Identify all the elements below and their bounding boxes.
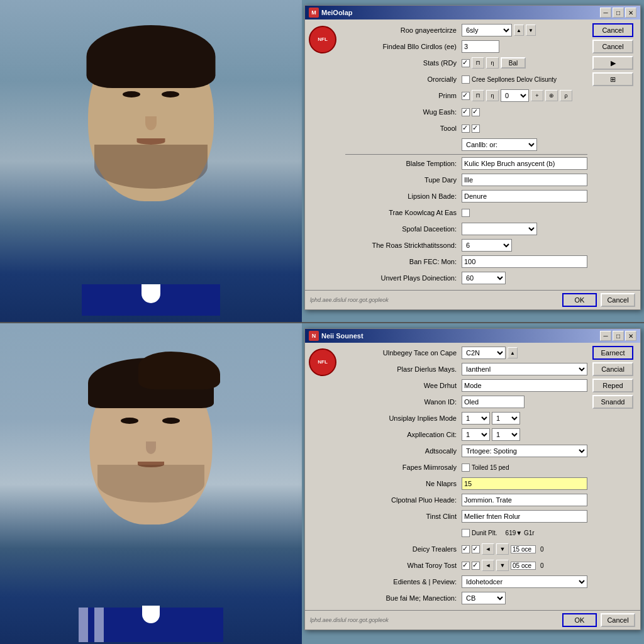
form-row-1: Roo gnayeertcirze 6sly ▲ ▼	[345, 23, 587, 37]
bottom-dialog-side-buttons: Earnect Cancial Reped Snandd	[592, 346, 636, 608]
bottom-photo	[0, 323, 302, 644]
b-select-unsiplay[interactable]: 1	[462, 412, 490, 425]
bottom-minimize-button[interactable]: ─	[600, 331, 611, 341]
cancel1-button[interactable]: Cancel	[592, 23, 633, 37]
form-row-ban: Ban FEC: Mon:	[345, 255, 587, 269]
b-input-wee[interactable]	[462, 379, 587, 392]
b-label-deicy: Deicy Trealers	[345, 545, 462, 553]
b-form-row-3: Wee Drhut	[345, 379, 587, 392]
b-checkbox-dunit[interactable]	[462, 529, 470, 537]
prinm-btn2[interactable]: η	[486, 90, 499, 101]
b-dunit-text: Dunit Plt.	[472, 530, 497, 536]
cancial-button[interactable]: Cancial	[592, 362, 633, 376]
top-half: M MeiOolap ─ □ ✕ NFL Roo gnayeertcirze	[0, 0, 644, 322]
checkbox-stats[interactable]	[462, 59, 470, 67]
checkbox-prinm[interactable]	[462, 92, 470, 100]
spin-dn-roo[interactable]: ▼	[526, 25, 536, 36]
close-button[interactable]: ✕	[625, 8, 636, 18]
bottom-maximize-button[interactable]: □	[613, 331, 624, 341]
bal-button[interactable]: Bal	[501, 57, 526, 69]
spin-up-roo[interactable]: ▲	[514, 25, 524, 36]
grid-button[interactable]: ⊞	[592, 72, 633, 86]
bottom-cancel-button[interactable]: Cancel	[601, 613, 635, 627]
input-lipsion[interactable]	[462, 190, 587, 203]
select-roas[interactable]: 6	[462, 239, 512, 252]
select-canlb[interactable]: Canllb: or:	[462, 138, 537, 151]
top-ok-button[interactable]: OK	[562, 293, 597, 307]
maximize-button[interactable]: □	[613, 8, 624, 18]
b-select-axpll2[interactable]: 1	[492, 428, 520, 441]
checkbox-toool2[interactable]	[472, 125, 480, 133]
prinm-p[interactable]: ρ	[560, 90, 572, 101]
top-dialog-logo: NFL	[309, 23, 340, 287]
minimize-button[interactable]: ─	[600, 8, 611, 18]
b-checkbox-fapes[interactable]	[462, 464, 470, 472]
b-checkbox-deicy[interactable]	[462, 545, 470, 553]
b-deicy-left[interactable]: ◄	[482, 543, 494, 555]
b-select-ulnbegey[interactable]: C2N	[462, 347, 506, 359]
prinm-btn1[interactable]: Π	[472, 90, 484, 101]
bottom-dialog-titlebar: N Neii Sounest ─ □ ✕	[305, 329, 640, 343]
b-input-clpotnal[interactable]	[462, 494, 587, 506]
b-what-left[interactable]: ◄	[482, 560, 494, 571]
prinm-plus[interactable]: +	[531, 90, 543, 101]
b-select-plasr[interactable]: Ianthenl	[462, 363, 587, 375]
bottom-close-button[interactable]: ✕	[625, 331, 636, 341]
b-select-axpll[interactable]: 1	[462, 428, 490, 441]
b-form-row-16: Bue fai Me; Manection: CB	[345, 591, 587, 605]
b-input-ne[interactable]	[462, 477, 587, 490]
reped-button[interactable]: Reped	[592, 379, 633, 392]
bottom-ok-button[interactable]: OK	[562, 613, 597, 627]
select-unvert[interactable]: 60	[462, 272, 506, 284]
label-lipsion: Lipsion N Bade:	[345, 192, 462, 200]
b-select-edientes[interactable]: Idohetodcer	[462, 575, 587, 588]
input-findeal[interactable]	[462, 40, 499, 53]
b-select-bue[interactable]: CB	[462, 592, 506, 604]
b-label-bue: Bue fai Me; Manection:	[345, 594, 462, 602]
b-select-unsiplay2[interactable]: 1	[492, 412, 520, 425]
b-what-val2: 0	[538, 562, 547, 569]
b-checkbox-deicy2[interactable]	[472, 545, 480, 553]
input-ban[interactable]	[462, 255, 587, 268]
stats-btn1[interactable]: Π	[472, 57, 484, 69]
select-roo[interactable]: 6sly	[462, 24, 512, 36]
top-cancel-button[interactable]: Cancel	[601, 293, 635, 307]
cancel2-button[interactable]: Cancel	[592, 40, 633, 53]
form-row-roas: The Roas Strickthatitssond: 6	[345, 238, 587, 252]
snandd-button[interactable]: Snandd	[592, 395, 633, 409]
checkbox-wug2[interactable]	[472, 108, 480, 116]
b-deicy-down[interactable]: ▼	[496, 543, 509, 555]
b-select-adtsoc[interactable]: Trtogee: Spoting	[462, 445, 587, 457]
label-wug: Wug Eash:	[345, 108, 462, 116]
b-input-wanon[interactable]	[462, 396, 525, 408]
play-button[interactable]: ▶	[592, 56, 633, 70]
select-spofal[interactable]	[462, 223, 537, 235]
prinm-minus[interactable]: ⊕	[545, 90, 558, 101]
b-checkbox-what[interactable]	[462, 562, 470, 570]
label-trae: Trae Koowlcag At Eas	[345, 209, 462, 216]
bottom-dialog-logo: NFL	[309, 346, 340, 608]
checkbox-wug[interactable]	[462, 108, 470, 116]
top-dialog-side-buttons: Cancel Cancel ▶ ⊞	[592, 23, 636, 287]
checkbox-trae[interactable]	[462, 209, 470, 217]
label-toool: Toool	[345, 125, 462, 132]
b-input-tinst[interactable]	[462, 510, 587, 523]
b-label-what: What Toroy Tost	[345, 562, 462, 569]
select-prinm[interactable]: 0	[501, 89, 529, 102]
checkbox-toool[interactable]	[462, 125, 470, 133]
b-form-row-2: Plasr Dierlus Mays. Ianthenl	[345, 362, 587, 376]
b-form-row-8: Fapes Miimrosaly Toiled 15 ped	[345, 460, 587, 474]
label-unvert: Unvert Plays Doinection:	[345, 274, 462, 282]
input-blalse[interactable]	[462, 157, 587, 170]
bottom-half: N Neii Sounest ─ □ ✕ NFL Ulnbegey Tace o…	[0, 322, 644, 644]
b-label-ne: Ne Nlaprs	[345, 480, 462, 487]
b-spin-ulnbegey[interactable]: ▲	[508, 347, 518, 358]
checkbox-ororcially[interactable]	[462, 75, 470, 84]
earnect-button[interactable]: Earnect	[592, 346, 633, 360]
form-row-3: Stats (RDy Π η Bal	[345, 56, 587, 70]
input-tupe[interactable]	[462, 174, 587, 186]
b-deicy-val1: 15 oce	[511, 545, 536, 553]
b-what-down[interactable]: ▼	[496, 560, 509, 571]
b-checkbox-what2[interactable]	[472, 562, 480, 570]
stats-btn2[interactable]: η	[486, 57, 499, 69]
